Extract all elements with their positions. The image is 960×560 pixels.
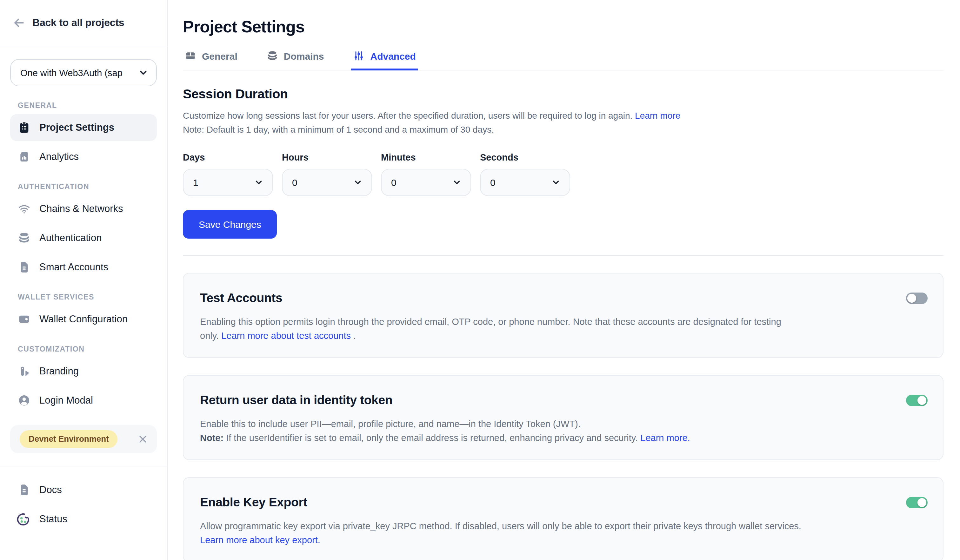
identity-token-description: Enable this to include user PII—email, p… <box>200 418 690 445</box>
sidebar-item-chains-networks[interactable]: Chains & Networks <box>10 195 157 222</box>
test-accounts-line1: Enabling this option permits login throu… <box>200 317 781 327</box>
user-circle-icon <box>18 394 30 407</box>
sidebar-footer: Docs Status <box>0 466 167 535</box>
toggle-knob <box>907 294 916 303</box>
sidebar-item-label: Wallet Configuration <box>39 313 128 325</box>
branding-icon <box>18 365 30 378</box>
session-description-text: Customize how long sessions last for you… <box>183 110 635 121</box>
session-learn-more-link[interactable]: Learn more <box>635 110 680 121</box>
tab-bar: General Domains Advanced <box>183 50 944 70</box>
environment-banner: Devnet Environment <box>10 425 157 453</box>
hours-label: Hours <box>282 152 372 163</box>
note-label: Note: <box>200 432 224 443</box>
key-export-card: Enable Key Export Allow programmatic key… <box>183 477 944 560</box>
days-field: Days 1 <box>183 152 273 196</box>
tab-advanced[interactable]: Advanced <box>351 50 418 70</box>
card-content: Enable Key Export Allow programmatic key… <box>200 495 801 547</box>
sidebar-item-label: Branding <box>39 365 79 377</box>
key-export-description: Allow programmatic key export via privat… <box>200 520 801 547</box>
chevron-down-icon <box>353 178 363 187</box>
sidebar-nav: GENERAL Project Settings Analytics AUTHE… <box>0 91 167 416</box>
sidebar-item-analytics[interactable]: Analytics <box>10 144 157 170</box>
session-note-text: Note: Default is 1 day, with a minimum o… <box>183 124 494 134</box>
sidebar-item-wallet-configuration[interactable]: Wallet Configuration <box>10 306 157 332</box>
hours-field: Hours 0 <box>282 152 372 196</box>
test-accounts-card: Test Accounts Enabling this option permi… <box>183 273 944 358</box>
session-duration-title: Session Duration <box>183 86 944 102</box>
sidebar-item-label: Chains & Networks <box>39 203 123 214</box>
key-export-toggle[interactable] <box>906 497 928 508</box>
back-to-projects-link[interactable]: Back to all projects <box>0 0 167 46</box>
key-export-title: Enable Key Export <box>200 495 801 509</box>
back-label: Back to all projects <box>32 17 124 29</box>
sidebar-item-smart-accounts[interactable]: Smart Accounts <box>10 254 157 281</box>
database-icon <box>267 50 278 62</box>
seconds-label: Seconds <box>480 152 570 163</box>
identity-token-title: Return user data in identity token <box>200 393 690 407</box>
minutes-value: 0 <box>391 177 397 188</box>
seconds-value: 0 <box>490 177 496 188</box>
doc-icon <box>18 483 30 496</box>
duration-fields: Days 1 Hours 0 Minutes 0 <box>183 152 944 196</box>
sidebar-item-label: Docs <box>39 484 62 496</box>
session-duration-description: Customize how long sessions last for you… <box>183 108 944 136</box>
test-accounts-toggle[interactable] <box>906 292 928 304</box>
main-content: Project Settings General Domains Advance… <box>168 0 960 560</box>
sidebar-item-label: Login Modal <box>39 395 93 406</box>
toggle-knob <box>917 396 926 405</box>
section-label-customization: CUSTOMIZATION <box>18 345 157 353</box>
section-divider <box>183 255 944 256</box>
sidebar-item-docs[interactable]: Docs <box>10 477 157 503</box>
sidebar-item-status[interactable]: Status <box>10 506 157 532</box>
sidebar-item-authentication[interactable]: Authentication <box>10 225 157 251</box>
tab-general[interactable]: General <box>183 50 239 70</box>
minutes-select[interactable]: 0 <box>381 169 471 196</box>
test-accounts-title: Test Accounts <box>200 290 781 305</box>
identity-token-learn-more-link[interactable]: Learn more. <box>640 432 690 443</box>
close-icon[interactable] <box>137 433 149 445</box>
identity-token-line1: Enable this to include user PII—email, p… <box>200 419 581 429</box>
days-select[interactable]: 1 <box>183 169 273 196</box>
wallet-icon <box>18 313 30 325</box>
section-label-general: GENERAL <box>18 102 157 109</box>
seconds-select[interactable]: 0 <box>480 169 570 196</box>
sidebar-item-label: Analytics <box>39 151 79 163</box>
seconds-field: Seconds 0 <box>480 152 570 196</box>
chevron-down-icon <box>138 67 149 78</box>
card-content: Test Accounts Enabling this option permi… <box>200 290 781 343</box>
key-export-line1: Allow programmatic key export via privat… <box>200 521 801 531</box>
wifi-icon <box>18 203 30 215</box>
identity-token-line2: If the userIdentifier is set to email, o… <box>224 432 640 443</box>
table-icon <box>185 50 196 62</box>
toggle-knob <box>917 498 926 507</box>
cookie-icon <box>15 511 32 527</box>
sliders-icon <box>353 50 365 62</box>
arrow-left-icon <box>12 16 26 30</box>
minutes-field: Minutes 0 <box>381 152 471 196</box>
key-export-learn-more-link[interactable]: Learn more about key export. <box>200 534 320 545</box>
page-title: Project Settings <box>183 17 944 37</box>
sidebar-item-branding[interactable]: Branding <box>10 358 157 385</box>
clipboard-icon <box>18 121 30 134</box>
sidebar-item-project-settings[interactable]: Project Settings <box>10 114 157 141</box>
identity-token-card: Return user data in identity token Enabl… <box>183 375 944 460</box>
database-icon <box>18 231 30 244</box>
section-label-authentication: AUTHENTICATION <box>18 183 157 190</box>
environment-badge: Devnet Environment <box>20 430 118 448</box>
sidebar: Back to all projects One with Web3Auth (… <box>0 0 168 560</box>
days-label: Days <box>183 152 273 163</box>
hours-select[interactable]: 0 <box>282 169 372 196</box>
identity-token-toggle[interactable] <box>906 395 928 406</box>
chevron-down-icon <box>452 178 462 187</box>
chevron-down-icon <box>551 178 561 187</box>
project-selector[interactable]: One with Web3Auth (sap <box>10 59 157 86</box>
sidebar-item-login-modal[interactable]: Login Modal <box>10 387 157 414</box>
test-accounts-line2: only. <box>200 330 221 340</box>
save-changes-button[interactable]: Save Changes <box>183 210 277 239</box>
hours-value: 0 <box>292 177 298 188</box>
tab-domains[interactable]: Domains <box>265 50 326 70</box>
sidebar-item-label: Smart Accounts <box>39 262 108 273</box>
sidebar-item-label: Status <box>39 513 67 525</box>
sidebar-item-label: Project Settings <box>39 122 114 133</box>
test-accounts-learn-more-link[interactable]: Learn more about test accounts <box>221 330 351 340</box>
